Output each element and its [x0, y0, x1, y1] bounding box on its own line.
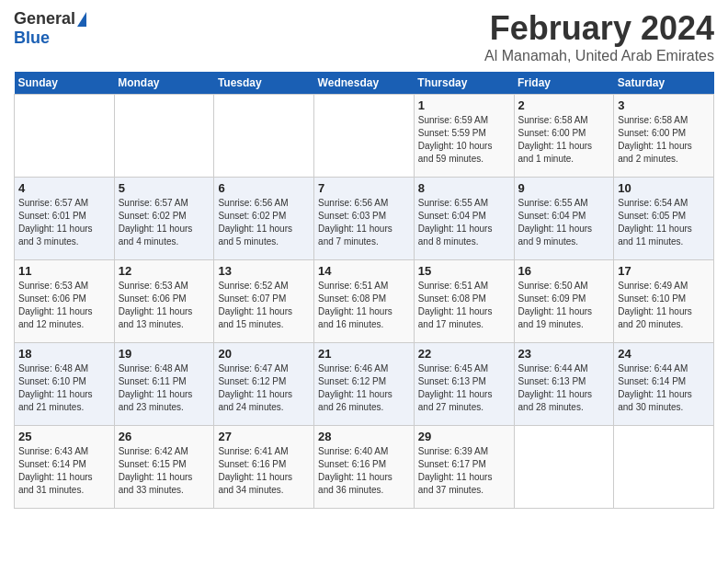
day-number: 17: [618, 264, 710, 278]
calendar-cell: 3Sunrise: 6:58 AMSunset: 6:00 PMDaylight…: [614, 95, 714, 178]
logo-general-text: General: [14, 9, 75, 29]
subtitle: Al Manamah, United Arab Emirates: [484, 48, 714, 64]
day-info: Sunrise: 6:55 AMSunset: 6:04 PMDaylight:…: [418, 197, 510, 248]
day-header-sunday: Sunday: [15, 72, 115, 95]
calendar-cell: [614, 426, 714, 509]
calendar-cell: 23Sunrise: 6:44 AMSunset: 6:13 PMDayligh…: [514, 343, 614, 426]
calendar-cell: 14Sunrise: 6:51 AMSunset: 6:08 PMDayligh…: [314, 260, 415, 343]
day-header-thursday: Thursday: [414, 72, 514, 95]
day-info: Sunrise: 6:57 AMSunset: 6:02 PMDaylight:…: [119, 197, 210, 248]
calendar-cell: 29Sunrise: 6:39 AMSunset: 6:17 PMDayligh…: [414, 426, 514, 509]
calendar-cell: 28Sunrise: 6:40 AMSunset: 6:16 PMDayligh…: [314, 426, 415, 509]
day-info: Sunrise: 6:53 AMSunset: 6:06 PMDaylight:…: [18, 280, 110, 331]
day-info: Sunrise: 6:41 AMSunset: 6:16 PMDaylight:…: [218, 445, 310, 497]
day-info: Sunrise: 6:54 AMSunset: 6:05 PMDaylight:…: [618, 197, 710, 248]
day-number: 19: [119, 347, 210, 361]
day-info: Sunrise: 6:42 AMSunset: 6:15 PMDaylight:…: [119, 445, 210, 497]
calendar-cell: 9Sunrise: 6:55 AMSunset: 6:04 PMDaylight…: [514, 178, 614, 260]
day-info: Sunrise: 6:46 AMSunset: 6:12 PMDaylight:…: [318, 362, 410, 414]
day-number: 24: [618, 347, 710, 361]
day-number: 16: [518, 264, 610, 278]
day-info: Sunrise: 6:58 AMSunset: 6:00 PMDaylight:…: [518, 114, 610, 166]
calendar-cell: 5Sunrise: 6:57 AMSunset: 6:02 PMDaylight…: [114, 178, 214, 260]
logo-blue-text: Blue: [14, 29, 50, 48]
day-info: Sunrise: 6:45 AMSunset: 6:13 PMDaylight:…: [418, 362, 510, 414]
day-info: Sunrise: 6:40 AMSunset: 6:16 PMDaylight:…: [318, 445, 410, 497]
day-info: Sunrise: 6:51 AMSunset: 6:08 PMDaylight:…: [418, 280, 510, 331]
day-number: 28: [318, 430, 410, 443]
day-number: 25: [18, 430, 110, 443]
calendar-cell: 8Sunrise: 6:55 AMSunset: 6:04 PMDaylight…: [414, 178, 514, 260]
day-info: Sunrise: 6:57 AMSunset: 6:01 PMDaylight:…: [18, 197, 110, 248]
calendar-cell: 16Sunrise: 6:50 AMSunset: 6:09 PMDayligh…: [514, 260, 614, 343]
calendar-cell: 1Sunrise: 6:59 AMSunset: 5:59 PMDaylight…: [414, 95, 514, 178]
day-number: 4: [18, 181, 110, 195]
calendar-week-3: 11Sunrise: 6:53 AMSunset: 6:06 PMDayligh…: [15, 260, 714, 343]
day-header-tuesday: Tuesday: [214, 72, 314, 95]
day-number: 2: [518, 98, 610, 112]
calendar-cell: 21Sunrise: 6:46 AMSunset: 6:12 PMDayligh…: [314, 343, 415, 426]
day-info: Sunrise: 6:55 AMSunset: 6:04 PMDaylight:…: [518, 197, 610, 248]
day-number: 14: [318, 264, 410, 278]
calendar-cell: 11Sunrise: 6:53 AMSunset: 6:06 PMDayligh…: [15, 260, 115, 343]
day-number: 5: [119, 181, 210, 195]
day-number: 27: [218, 430, 310, 443]
calendar-cell: [514, 426, 614, 509]
calendar-cell: 4Sunrise: 6:57 AMSunset: 6:01 PMDaylight…: [15, 178, 115, 260]
calendar-cell: 13Sunrise: 6:52 AMSunset: 6:07 PMDayligh…: [214, 260, 314, 343]
calendar-cell: 17Sunrise: 6:49 AMSunset: 6:10 PMDayligh…: [614, 260, 714, 343]
calendar-cell: 12Sunrise: 6:53 AMSunset: 6:06 PMDayligh…: [114, 260, 214, 343]
calendar-cell: 24Sunrise: 6:44 AMSunset: 6:14 PMDayligh…: [614, 343, 714, 426]
day-number: 21: [318, 347, 410, 361]
day-number: 15: [418, 264, 510, 278]
calendar-week-2: 4Sunrise: 6:57 AMSunset: 6:01 PMDaylight…: [15, 178, 714, 260]
title-area: February 2024 Al Manamah, United Arab Em…: [484, 9, 714, 64]
calendar-cell: 2Sunrise: 6:58 AMSunset: 6:00 PMDaylight…: [514, 95, 614, 178]
day-info: Sunrise: 6:51 AMSunset: 6:08 PMDaylight:…: [318, 280, 410, 331]
day-header-wednesday: Wednesday: [314, 72, 415, 95]
calendar-cell: 26Sunrise: 6:42 AMSunset: 6:15 PMDayligh…: [114, 426, 214, 509]
day-info: Sunrise: 6:44 AMSunset: 6:14 PMDaylight:…: [618, 362, 710, 414]
calendar-cell: 20Sunrise: 6:47 AMSunset: 6:12 PMDayligh…: [214, 343, 314, 426]
day-number: 13: [218, 264, 310, 278]
calendar-week-5: 25Sunrise: 6:43 AMSunset: 6:14 PMDayligh…: [15, 426, 714, 509]
day-number: 29: [418, 430, 510, 443]
main-title: February 2024: [484, 9, 714, 48]
calendar-cell: [15, 95, 115, 178]
day-info: Sunrise: 6:48 AMSunset: 6:11 PMDaylight:…: [119, 362, 210, 414]
day-info: Sunrise: 6:58 AMSunset: 6:00 PMDaylight:…: [618, 114, 710, 166]
day-info: Sunrise: 6:43 AMSunset: 6:14 PMDaylight:…: [18, 445, 110, 497]
calendar-cell: [214, 95, 314, 178]
day-info: Sunrise: 6:49 AMSunset: 6:10 PMDaylight:…: [618, 280, 710, 331]
day-number: 11: [18, 264, 110, 278]
calendar-cell: [114, 95, 214, 178]
calendar-week-4: 18Sunrise: 6:48 AMSunset: 6:10 PMDayligh…: [15, 343, 714, 426]
day-info: Sunrise: 6:50 AMSunset: 6:09 PMDaylight:…: [518, 280, 610, 331]
day-number: 1: [418, 98, 510, 112]
day-number: 23: [518, 347, 610, 361]
day-number: 12: [119, 264, 210, 278]
day-number: 6: [218, 181, 310, 195]
day-number: 18: [18, 347, 110, 361]
logo: General Blue: [14, 9, 86, 48]
day-number: 20: [218, 347, 310, 361]
day-info: Sunrise: 6:56 AMSunset: 6:02 PMDaylight:…: [218, 197, 310, 248]
day-info: Sunrise: 6:44 AMSunset: 6:13 PMDaylight:…: [518, 362, 610, 414]
calendar-cell: 6Sunrise: 6:56 AMSunset: 6:02 PMDaylight…: [214, 178, 314, 260]
header: General Blue February 2024 Al Manamah, U…: [14, 9, 714, 64]
calendar-cell: 7Sunrise: 6:56 AMSunset: 6:03 PMDaylight…: [314, 178, 415, 260]
day-header-monday: Monday: [114, 72, 214, 95]
calendar-table: SundayMondayTuesdayWednesdayThursdayFrid…: [14, 72, 714, 509]
day-number: 3: [618, 98, 710, 112]
calendar-cell: 10Sunrise: 6:54 AMSunset: 6:05 PMDayligh…: [614, 178, 714, 260]
calendar-cell: 27Sunrise: 6:41 AMSunset: 6:16 PMDayligh…: [214, 426, 314, 509]
day-number: 10: [618, 181, 710, 195]
day-info: Sunrise: 6:56 AMSunset: 6:03 PMDaylight:…: [318, 197, 410, 248]
calendar-cell: 25Sunrise: 6:43 AMSunset: 6:14 PMDayligh…: [15, 426, 115, 509]
day-info: Sunrise: 6:52 AMSunset: 6:07 PMDaylight:…: [218, 280, 310, 331]
day-number: 22: [418, 347, 510, 361]
day-info: Sunrise: 6:39 AMSunset: 6:17 PMDaylight:…: [418, 445, 510, 497]
day-number: 7: [318, 181, 410, 195]
logo-icon: [77, 12, 86, 27]
day-number: 9: [518, 181, 610, 195]
